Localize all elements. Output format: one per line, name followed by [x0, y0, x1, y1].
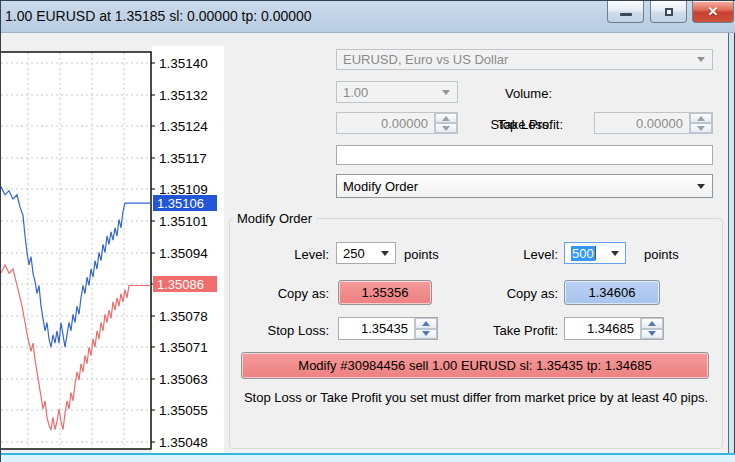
level-sl-label: Level: — [284, 247, 329, 262]
minimize-button[interactable] — [607, 1, 644, 23]
level-tp-value: 500 — [571, 246, 595, 261]
restore-icon — [665, 8, 673, 16]
ask-price-label: 1.35106 — [157, 196, 204, 211]
price-axis-label: 1.35048 — [159, 435, 208, 450]
order-takeprofit-spinner[interactable]: 0.00000 — [594, 112, 713, 134]
copy-takeprofit-button[interactable]: 1.34606 — [564, 280, 660, 305]
minimize-icon — [620, 13, 632, 16]
bid-price-label: 1.35086 — [157, 277, 204, 292]
price-axis-label: 1.35094 — [159, 246, 208, 261]
chevron-down-icon — [697, 57, 705, 62]
tick-chart: 1.351401.351321.351241.351171.351091.351… — [1, 33, 224, 454]
window-title: 1.00 EURUSD at 1.35185 sl: 0.00000 tp: 0… — [5, 8, 312, 24]
price-axis-label: 1.35132 — [159, 88, 208, 103]
restore-button[interactable] — [650, 1, 687, 23]
volume-value: 1.00 — [343, 85, 368, 100]
chevron-down-icon — [442, 90, 450, 95]
window-frame-right — [728, 33, 735, 462]
window-frame-bottom — [1, 453, 735, 462]
spin-down-button[interactable] — [641, 329, 663, 340]
modify-order-dialog: 1.00 EURUSD at 1.35185 sl: 0.00000 tp: 0… — [0, 0, 735, 462]
modify-takeprofit-spinner[interactable]: 1.34685 — [564, 317, 664, 340]
copy-stoploss-button[interactable]: 1.35356 — [338, 280, 432, 305]
arrow-up-icon — [697, 116, 705, 121]
price-axis-label: 1.35109 — [159, 182, 208, 197]
spin-up-button[interactable] — [690, 113, 712, 123]
price-axis-label: 1.35101 — [159, 214, 208, 229]
modify-takeprofit-value: 1.34685 — [565, 321, 640, 336]
level-sl-value: 250 — [343, 246, 365, 261]
order-takeprofit-value: 0.00000 — [595, 116, 689, 131]
order-stoploss-value: 0.00000 — [337, 116, 434, 131]
modify-stoploss-spinner[interactable]: 1.35435 — [338, 317, 438, 340]
symbol-value: EURUSD, Euro vs US Dollar — [343, 52, 508, 67]
price-axis-label: 1.35140 — [159, 56, 208, 71]
symbol-combobox[interactable]: EURUSD, Euro vs US Dollar — [336, 49, 713, 70]
level-sl-combobox[interactable]: 250 — [336, 242, 396, 264]
modify-takeprofit-label: Take Profit: — [481, 323, 558, 338]
level-tp-label: Level: — [513, 247, 558, 262]
level-tp-combobox[interactable]: 500 — [564, 242, 626, 264]
price-axis-label: 1.35071 — [159, 340, 208, 355]
price-axis-label: 1.35055 — [159, 403, 208, 418]
stoploss-note: Stop Loss or Take Profit you set must di… — [235, 389, 717, 406]
chart-plot-area — [1, 52, 151, 449]
arrow-up-icon — [648, 321, 656, 326]
copy-tp-label: Copy as: — [498, 286, 558, 301]
modify-order-submit-button[interactable]: Modify #30984456 sell 1.00 EURUSD sl: 1.… — [241, 352, 709, 379]
text-caret — [595, 246, 596, 260]
modify-stoploss-value: 1.35435 — [339, 321, 414, 336]
price-axis-label: 1.35117 — [159, 151, 207, 166]
arrow-down-icon — [442, 126, 450, 131]
spin-up-button[interactable] — [415, 318, 437, 329]
close-icon: ✕ — [708, 5, 719, 18]
order-takeprofit-label: Take Profit: — [486, 117, 563, 132]
spin-up-button[interactable] — [435, 113, 457, 123]
spin-down-button[interactable] — [435, 123, 457, 133]
type-value: Modify Order — [343, 179, 418, 194]
comment-input[interactable] — [336, 145, 713, 165]
chevron-down-icon — [611, 251, 619, 256]
type-combobox[interactable]: Modify Order — [336, 174, 713, 198]
chevron-down-icon — [697, 184, 705, 189]
price-axis-label: 1.35124 — [159, 119, 208, 134]
modify-order-group-title: Modify Order — [233, 211, 316, 226]
arrow-up-icon — [422, 321, 430, 326]
volume-label: Volume: — [462, 86, 552, 101]
arrow-down-icon — [697, 126, 705, 131]
arrow-up-icon — [442, 116, 450, 121]
spin-up-button[interactable] — [641, 318, 663, 329]
price-axis-label: 1.35078 — [159, 309, 208, 324]
copy-sl-label: Copy as: — [269, 286, 329, 301]
chevron-down-icon — [381, 251, 389, 256]
spin-down-button[interactable] — [690, 123, 712, 133]
titlebar[interactable]: 1.00 EURUSD at 1.35185 sl: 0.00000 tp: 0… — [1, 1, 735, 33]
price-axis-label: 1.35063 — [159, 372, 208, 387]
close-button[interactable]: ✕ — [692, 1, 734, 23]
spin-down-button[interactable] — [415, 329, 437, 340]
arrow-down-icon — [648, 331, 656, 336]
modify-stoploss-label: Stop Loss: — [259, 323, 329, 338]
arrow-down-icon — [422, 331, 430, 336]
level-tp-points: points — [644, 247, 704, 262]
order-stoploss-spinner[interactable]: 0.00000 — [336, 112, 458, 134]
volume-combobox[interactable]: 1.00 — [336, 81, 458, 103]
level-sl-points: points — [404, 247, 464, 262]
